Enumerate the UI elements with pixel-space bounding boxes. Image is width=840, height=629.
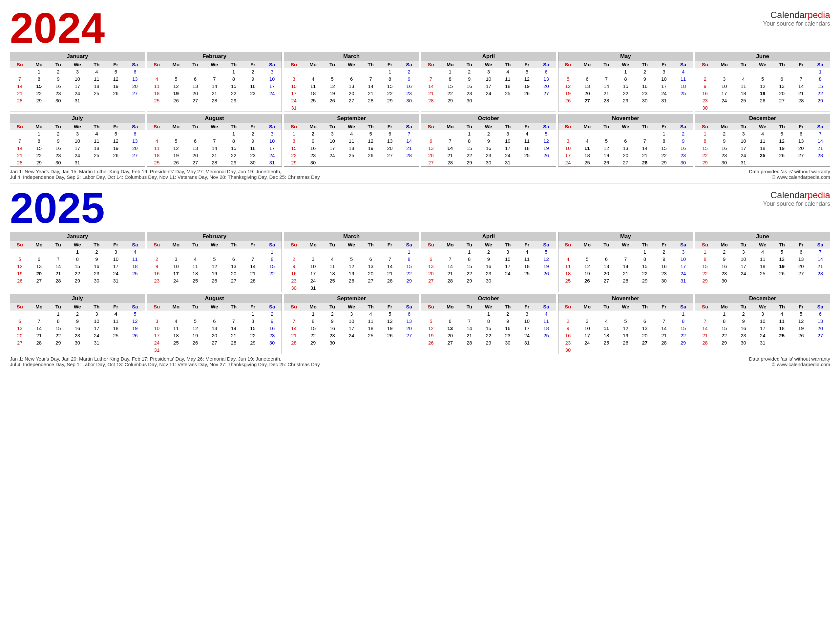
day-cell: 24	[284, 97, 303, 104]
day-cell: 8	[715, 318, 734, 325]
day-cell: 21	[205, 152, 224, 159]
day-cell: 12	[772, 137, 791, 145]
day-cell: 10	[68, 137, 87, 145]
day-cell: 13	[380, 137, 399, 145]
day-cell: 9	[695, 83, 715, 90]
day-cell: 6	[441, 318, 460, 325]
day-cell: 7	[380, 256, 399, 263]
dow-label: Sa	[810, 61, 830, 68]
month-calendar-june: JuneSuMoTuWeThFrSa1234567891011121314151…	[695, 232, 830, 292]
dow-label: Sa	[674, 61, 693, 68]
day-cell: 10	[559, 145, 578, 152]
day-cell: 29	[616, 97, 635, 104]
day-cell: 28	[380, 277, 399, 284]
day-cell: 5	[342, 256, 361, 263]
dow-label: Su	[10, 303, 30, 310]
day-cell: 7	[224, 318, 243, 325]
day-cell: 7	[243, 256, 262, 263]
day-empty	[421, 130, 441, 137]
day-empty	[441, 310, 460, 318]
day-cell: 25	[87, 152, 106, 159]
day-cell: 24	[578, 339, 597, 346]
day-cell: 26	[166, 97, 186, 104]
day-cell: 8	[460, 256, 479, 263]
dow-label: Tu	[186, 241, 205, 248]
dow-label: Sa	[125, 241, 145, 248]
day-cell: 9	[654, 256, 674, 263]
day-empty	[166, 68, 186, 76]
day-cell: 2	[479, 130, 499, 137]
day-cell: 13	[791, 256, 811, 263]
day-cell: 11	[303, 83, 323, 90]
day-cell: 30	[734, 339, 753, 346]
day-cell: 10	[262, 76, 282, 83]
dow-label: Tu	[186, 123, 205, 130]
dow-label: Fr	[654, 123, 674, 130]
day-cell: 5	[772, 248, 791, 256]
dow-label: Su	[284, 303, 303, 310]
day-cell: 19	[616, 332, 635, 339]
day-cell: 26	[125, 332, 145, 339]
holidays-line1: Jan 1: New Year's Day, Jan 15: Martin Lu…	[10, 169, 749, 174]
day-cell: 7	[10, 137, 30, 145]
day-cell: 25	[147, 159, 167, 166]
month-header: July	[10, 114, 145, 123]
day-cell: 18	[518, 145, 537, 152]
dow-label: Fr	[380, 241, 399, 248]
day-cell: 26	[10, 277, 30, 284]
day-cell: 16	[399, 83, 419, 90]
day-cell: 29	[303, 339, 323, 346]
holidays-line1: Jan 1: New Year's Day, Jan 20: Martin Lu…	[10, 356, 749, 362]
month-calendar-january: JanuarySuMoTuWeThFrSa1234567891011121314…	[10, 232, 145, 292]
dow-label: Su	[147, 241, 167, 248]
day-cell: 17	[68, 83, 87, 90]
day-cell: 21	[810, 145, 830, 152]
day-cell: 3	[303, 256, 323, 263]
day-cell: 22	[224, 90, 243, 97]
day-cell: 20	[772, 90, 791, 97]
day-cell: 19	[537, 145, 556, 152]
day-cell: 12	[421, 325, 441, 332]
day-cell: 24	[87, 332, 106, 339]
day-cell: 12	[125, 318, 145, 325]
day-cell: 26	[559, 97, 578, 104]
day-cell: 16	[460, 83, 479, 90]
day-cell: 12	[537, 137, 556, 145]
day-cell: 11	[518, 256, 537, 263]
day-cell: 29	[49, 339, 68, 346]
dow-label: Tu	[322, 123, 342, 130]
day-cell: 15	[460, 263, 479, 270]
day-cell: 12	[10, 263, 30, 270]
dow-label: Th	[635, 61, 655, 68]
day-cell: 16	[147, 270, 167, 277]
day-cell: 20	[537, 83, 556, 90]
day-cell: 28	[441, 277, 460, 284]
day-cell: 12	[342, 263, 361, 270]
day-empty	[715, 68, 734, 76]
day-cell: 16	[654, 263, 674, 270]
day-cell: 14	[635, 145, 655, 152]
day-cell: 27	[791, 270, 811, 277]
day-cell: 2	[243, 68, 262, 76]
month-header: June	[695, 52, 830, 61]
month-calendar-december: DecemberSuMoTuWeThFrSa123456789101112131…	[695, 294, 830, 354]
day-cell: 15	[654, 145, 674, 152]
day-empty	[421, 248, 441, 256]
month-header: August	[147, 294, 282, 303]
day-cell: 15	[460, 145, 479, 152]
dow-label: Su	[695, 123, 715, 130]
day-cell: 17	[498, 263, 518, 270]
day-cell: 2	[262, 310, 282, 318]
day-cell: 6	[224, 256, 243, 263]
day-cell: 29	[68, 277, 87, 284]
day-cell: 25	[186, 277, 205, 284]
day-cell: 27	[597, 277, 616, 284]
day-cell: 19	[772, 263, 791, 270]
day-empty	[186, 310, 205, 318]
day-cell: 19	[559, 90, 578, 97]
day-cell: 11	[753, 137, 772, 145]
day-cell: 7	[49, 256, 68, 263]
day-cell: 9	[479, 256, 499, 263]
day-empty	[578, 248, 597, 256]
day-cell: 17	[578, 332, 597, 339]
